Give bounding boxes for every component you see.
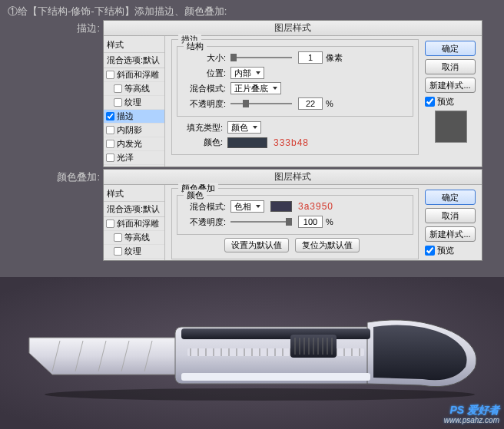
chevron-down-icon (256, 71, 260, 74)
svg-rect-6 (181, 328, 370, 339)
watermark-url: www.psahz.com (444, 415, 499, 426)
size-input[interactable] (298, 51, 323, 64)
preview-checkbox[interactable] (425, 97, 435, 107)
dialog-title: 图层样式 (104, 170, 482, 185)
satin-checkbox[interactable] (106, 153, 114, 162)
blend-mode-combo[interactable]: 正片叠底 (230, 82, 281, 94)
stroke-checkbox[interactable] (106, 112, 114, 120)
new-style-button[interactable]: 新建样式... (425, 78, 476, 93)
color-legend: 颜色 (184, 190, 207, 201)
cancel-button[interactable]: 取消 (425, 59, 476, 74)
reset-default-button[interactable]: 复位为默认值 (295, 238, 360, 252)
dialog-title: 图层样式 (104, 21, 482, 36)
watermark: PS 爱好者 www.psahz.com (444, 404, 499, 426)
contour-checkbox[interactable] (114, 233, 122, 242)
style-item-stroke[interactable]: 描边 (104, 110, 164, 124)
contour-checkbox[interactable] (114, 84, 122, 93)
size-unit: 像素 (326, 52, 343, 64)
style-list-header[interactable]: 样式 (104, 38, 164, 53)
blend-mode-combo[interactable]: 色相 (230, 200, 264, 213)
style-item-texture[interactable]: 纹理 (104, 245, 164, 259)
opacity-slider[interactable] (230, 221, 292, 223)
inner-glow-checkbox[interactable] (106, 140, 114, 148)
preview-label: 预览 (437, 96, 454, 107)
color-swatch[interactable] (227, 137, 267, 148)
style-item-inner-glow[interactable]: 内发光 (104, 137, 164, 151)
opacity-input[interactable] (298, 216, 323, 228)
style-item-satin[interactable]: 光泽 (104, 151, 164, 165)
inner-shadow-checkbox[interactable] (106, 126, 114, 134)
cancel-button[interactable]: 取消 (425, 208, 476, 223)
opacity-label: 不透明度: (184, 216, 226, 228)
svg-point-42 (45, 388, 475, 401)
style-list: 样式 混合选项:默认 斜面和浮雕 等高线 纹理 描边 内阴影 内发光 光泽 (104, 36, 165, 167)
style-item-contour[interactable]: 等高线 (104, 231, 164, 245)
style-item-inner-shadow[interactable]: 内阴影 (104, 124, 164, 137)
opacity-unit: % (326, 99, 333, 108)
overlay-color-swatch[interactable] (270, 201, 292, 212)
stroke-section-label: 描边: (0, 20, 100, 35)
instruction-text: ①给【下结构-修饰-下结构】添加描边、颜色叠加: (0, 0, 504, 20)
set-default-button[interactable]: 设置为默认值 (224, 238, 289, 252)
structure-legend: 结构 (184, 41, 207, 52)
opacity-unit: % (326, 217, 333, 226)
preview-label: 预览 (437, 245, 454, 256)
bevel-checkbox[interactable] (106, 71, 114, 79)
chevron-down-icon (253, 126, 257, 129)
color-label: 颜色: (177, 137, 223, 148)
style-item-contour[interactable]: 等高线 (104, 82, 164, 96)
size-label: 大小: (184, 52, 226, 64)
texture-checkbox[interactable] (114, 98, 122, 107)
opacity-input[interactable] (298, 97, 323, 110)
ok-button[interactable]: 确定 (425, 41, 476, 56)
style-item-bevel[interactable]: 斜面和浮雕 (104, 68, 164, 82)
style-list-header[interactable]: 样式 (104, 186, 164, 202)
size-slider[interactable] (230, 57, 292, 58)
blend-mode-label: 混合模式: (184, 201, 226, 213)
layer-style-dialog-overlay: 图层样式 样式 混合选项:默认 斜面和浮雕 等高线 纹理 颜色叠加 颜色 混合模… (103, 169, 482, 261)
preview-swatch (435, 111, 467, 143)
blend-options-default[interactable]: 混合选项:默认 (104, 202, 164, 217)
preview-checkbox[interactable] (425, 246, 435, 256)
ok-button[interactable]: 确定 (425, 190, 476, 205)
bevel-checkbox[interactable] (106, 219, 114, 228)
style-item-texture[interactable]: 纹理 (104, 96, 164, 110)
position-combo[interactable]: 内部 (230, 67, 264, 79)
texture-checkbox[interactable] (114, 247, 122, 256)
style-item-bevel[interactable]: 斜面和浮雕 (104, 217, 164, 231)
blend-options-default[interactable]: 混合选项:默认 (104, 53, 164, 68)
layer-style-dialog-stroke: 图层样式 样式 混合选项:默认 斜面和浮雕 等高线 纹理 描边 内阴影 内发光 … (103, 20, 482, 167)
position-label: 位置: (184, 68, 226, 79)
watermark-brand: PS 爱好者 (444, 404, 499, 415)
style-list: 样式 混合选项:默认 斜面和浮雕 等高线 纹理 (104, 185, 165, 260)
fill-type-label: 填充类型: (177, 122, 223, 134)
opacity-label: 不透明度: (184, 98, 226, 110)
opacity-slider[interactable] (230, 103, 292, 104)
knife-illustration-area: PS 爱好者 www.psahz.com (0, 277, 504, 429)
utility-knife-icon (14, 292, 490, 414)
overlay-hex-annotation: 3a3950 (298, 201, 333, 212)
chevron-down-icon (273, 87, 277, 90)
new-style-button[interactable]: 新建样式... (425, 226, 476, 242)
color-hex-annotation: 333b48 (274, 137, 309, 148)
chevron-down-icon (256, 205, 260, 208)
fill-type-combo[interactable]: 颜色 (227, 121, 261, 134)
blend-mode-label: 混合模式: (184, 83, 226, 94)
overlay-section-label: 颜色叠加: (0, 169, 100, 184)
svg-rect-41 (181, 373, 370, 381)
